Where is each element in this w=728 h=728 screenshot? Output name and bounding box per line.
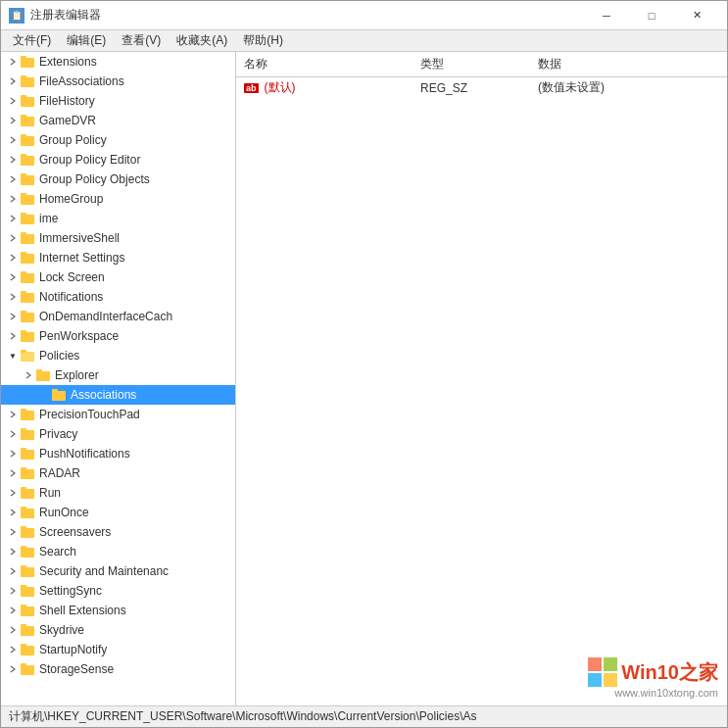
status-path: 计算机\HKEY_CURRENT_USER\Software\Microsoft… bbox=[9, 708, 476, 725]
folder-icon-policies bbox=[21, 349, 36, 363]
tree-label-extensions: Extensions bbox=[39, 55, 97, 69]
expand-notifications[interactable] bbox=[5, 287, 21, 307]
tree-item-precisiontouchpad[interactable]: PrecisionTouchPad bbox=[1, 405, 235, 424]
tree-item-extensions[interactable]: Extensions bbox=[1, 52, 235, 72]
tree-item-internetsettings[interactable]: Internet Settings bbox=[1, 248, 235, 267]
menu-item-h[interactable]: 帮助(H) bbox=[235, 30, 291, 51]
tree-item-notifications[interactable]: Notifications bbox=[1, 287, 235, 307]
tree-item-lockscreen[interactable]: Lock Screen bbox=[1, 267, 235, 287]
expand-internetsettings[interactable] bbox=[5, 248, 21, 267]
status-bar: 计算机\HKEY_CURRENT_USER\Software\Microsoft… bbox=[1, 705, 727, 727]
expand-storagesense[interactable] bbox=[5, 659, 21, 679]
tree-item-run[interactable]: Run bbox=[1, 483, 235, 503]
folder-icon-ondemand bbox=[21, 310, 36, 323]
tree-item-gamedvr[interactable]: GameDVR bbox=[1, 111, 235, 130]
col-name: 名称 bbox=[244, 56, 420, 73]
tree-item-storagesense[interactable]: StorageSense bbox=[1, 659, 235, 679]
win-logo-blue bbox=[588, 673, 602, 687]
expand-settingsync[interactable] bbox=[5, 581, 21, 601]
tree-label-filehistory: FileHistory bbox=[39, 94, 95, 108]
menu-item-a[interactable]: 收藏夹(A) bbox=[169, 30, 235, 51]
tree-item-radar[interactable]: RADAR bbox=[1, 463, 235, 483]
expand-grouppolicyobjects[interactable] bbox=[5, 170, 21, 189]
menu-item-v[interactable]: 查看(V) bbox=[114, 30, 169, 51]
expand-gamedvr[interactable] bbox=[5, 111, 21, 130]
col-type: 类型 bbox=[420, 56, 538, 73]
tree-item-policies[interactable]: ▼Policies bbox=[1, 346, 235, 365]
expand-immersiveshell[interactable] bbox=[5, 228, 21, 248]
expand-run[interactable] bbox=[5, 483, 21, 503]
tree-item-shellextensions[interactable]: Shell Extensions bbox=[1, 601, 235, 620]
tree-label-securitymaintenance: Security and Maintenanc bbox=[39, 564, 169, 578]
tree-item-grouppolicyobjects[interactable]: Group Policy Objects bbox=[1, 170, 235, 189]
tree-item-privacy[interactable]: Privacy bbox=[1, 424, 235, 444]
expand-ondemand[interactable] bbox=[5, 307, 21, 326]
expand-screensavers[interactable] bbox=[5, 522, 21, 542]
expand-privacy[interactable] bbox=[5, 424, 21, 444]
expand-homegroup[interactable] bbox=[5, 189, 21, 209]
expand-filehistory[interactable] bbox=[5, 91, 21, 111]
folder-icon-storagesense bbox=[21, 662, 36, 676]
folder-icon-penworkspace bbox=[21, 329, 36, 343]
tree-label-internetsettings: Internet Settings bbox=[39, 251, 124, 265]
expand-skydrive[interactable] bbox=[5, 620, 21, 640]
watermark-title: Win10之家 bbox=[621, 659, 718, 686]
expand-runonce[interactable] bbox=[5, 503, 21, 522]
expand-fileassociations[interactable] bbox=[5, 72, 21, 91]
tree-item-search[interactable]: Search bbox=[1, 542, 235, 561]
expand-radar[interactable] bbox=[5, 463, 21, 483]
tree-item-explorer[interactable]: Explorer bbox=[1, 365, 235, 385]
row-name: (默认) bbox=[265, 79, 296, 96]
expand-grouppolicy[interactable] bbox=[5, 130, 21, 150]
menu-item-e[interactable]: 编辑(E) bbox=[59, 30, 114, 51]
expand-securitymaintenance[interactable] bbox=[5, 561, 21, 581]
minimize-button[interactable]: ─ bbox=[584, 1, 629, 30]
detail-pane: 名称 类型 数据 ab(默认)REG_SZ(数值未设置) bbox=[236, 52, 727, 705]
expand-grouppolicyeditor[interactable] bbox=[5, 150, 21, 170]
tree-item-immersiveshell[interactable]: ImmersiveShell bbox=[1, 228, 235, 248]
expand-policies[interactable]: ▼ bbox=[5, 346, 21, 365]
tree-label-grouppolicyeditor: Group Policy Editor bbox=[39, 153, 140, 167]
tree-item-pushnotifications[interactable]: PushNotifications bbox=[1, 444, 235, 463]
tree-item-screensavers[interactable]: Screensavers bbox=[1, 522, 235, 542]
folder-icon-privacy bbox=[21, 427, 36, 441]
expand-search[interactable] bbox=[5, 542, 21, 561]
tree-item-runonce[interactable]: RunOnce bbox=[1, 503, 235, 522]
close-button[interactable]: ✕ bbox=[674, 1, 719, 30]
expand-lockscreen[interactable] bbox=[5, 267, 21, 287]
expand-pushnotifications[interactable] bbox=[5, 444, 21, 463]
tree-item-ondemand[interactable]: OnDemandInterfaceCach bbox=[1, 307, 235, 326]
expand-ime[interactable] bbox=[5, 209, 21, 228]
tree-item-filehistory[interactable]: FileHistory bbox=[1, 91, 235, 111]
maximize-button[interactable]: □ bbox=[629, 1, 674, 30]
tree-label-skydrive: Skydrive bbox=[39, 623, 84, 637]
watermark: Win10之家 www.win10xtong.com bbox=[588, 657, 718, 699]
expand-startupnotify[interactable] bbox=[5, 640, 21, 659]
table-row[interactable]: ab(默认)REG_SZ(数值未设置) bbox=[236, 77, 727, 98]
tree-item-fileassociations[interactable]: FileAssociations bbox=[1, 72, 235, 91]
tree-item-ime[interactable]: ime bbox=[1, 209, 235, 228]
row-type-cell: REG_SZ bbox=[420, 81, 538, 95]
expand-shellextensions[interactable] bbox=[5, 601, 21, 620]
win-logo-red bbox=[588, 657, 602, 671]
ab-icon: ab bbox=[244, 83, 259, 93]
tree-item-skydrive[interactable]: Skydrive bbox=[1, 620, 235, 640]
tree-item-homegroup[interactable]: HomeGroup bbox=[1, 189, 235, 209]
tree-item-penworkspace[interactable]: PenWorkspace bbox=[1, 326, 235, 346]
tree-label-fileassociations: FileAssociations bbox=[39, 74, 124, 88]
tree-item-grouppolicy[interactable]: Group Policy bbox=[1, 130, 235, 150]
expand-extensions[interactable] bbox=[5, 52, 21, 72]
tree-item-securitymaintenance[interactable]: Security and Maintenanc bbox=[1, 561, 235, 581]
expand-precisiontouchpad[interactable] bbox=[5, 405, 21, 424]
expand-explorer[interactable] bbox=[21, 365, 36, 385]
tree-label-screensavers: Screensavers bbox=[39, 525, 111, 539]
tree-item-settingsync[interactable]: SettingSync bbox=[1, 581, 235, 601]
tree-label-search: Search bbox=[39, 545, 76, 558]
tree-pane[interactable]: ExtensionsFileAssociationsFileHistoryGam… bbox=[1, 52, 236, 705]
expand-penworkspace[interactable] bbox=[5, 326, 21, 346]
title-bar: 📋 注册表编辑器 ─ □ ✕ bbox=[1, 1, 727, 30]
tree-item-startupnotify[interactable]: StartupNotify bbox=[1, 640, 235, 659]
tree-item-grouppolicyeditor[interactable]: Group Policy Editor bbox=[1, 150, 235, 170]
tree-item-associations[interactable]: Associations bbox=[1, 385, 235, 405]
menu-item-f[interactable]: 文件(F) bbox=[5, 30, 59, 51]
